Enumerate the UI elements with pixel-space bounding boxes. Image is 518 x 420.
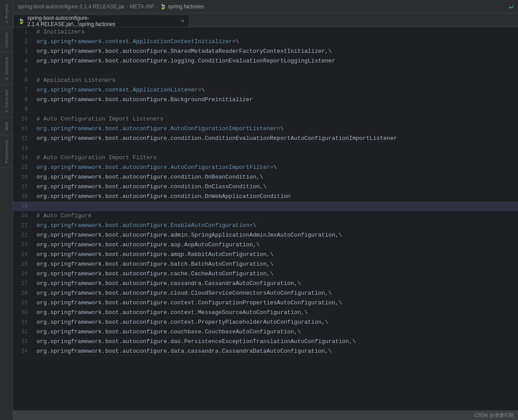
- line-content: org.springframework.boot.autoconfigure.A…: [33, 163, 277, 172]
- line-content: # Auto Configuration Import Listeners: [33, 114, 164, 124]
- sidebar-section-project[interactable]: 1: Project: [0, 0, 13, 28]
- line-content: # Auto Configure: [33, 211, 92, 221]
- line-content: org.springframework.boot.autoconfigure.a…: [33, 250, 273, 259]
- line-number: 4: [13, 56, 33, 66]
- code-line: 2org.springframework.context.Application…: [13, 37, 518, 47]
- top-bar-wrapper: spring-boot-autoconfigure-2.1.4.RELEASE.…: [13, 0, 518, 13]
- sidebar-label-commit[interactable]: Commit: [4, 30, 10, 50]
- line-number: 6: [13, 76, 33, 85]
- line-content: org.springframework.context.ApplicationC…: [33, 37, 239, 47]
- code-line: 5: [13, 66, 518, 76]
- sidebar-section-structure[interactable]: Z: Structure: [0, 52, 13, 85]
- line-number: 9: [13, 105, 33, 114]
- code-line: 32org.springframework.boot.autoconfigure…: [13, 327, 518, 337]
- sidebar-section-favorites[interactable]: 2: Favorites: [0, 85, 13, 117]
- editor-area[interactable]: 1# Initializers2org.springframework.cont…: [13, 27, 518, 410]
- line-number: 12: [13, 134, 33, 143]
- line-number: 29: [13, 298, 33, 308]
- line-number: 26: [13, 269, 33, 279]
- line-number: 23: [13, 240, 33, 250]
- line-content: org.springframework.boot.autoconfigure.a…: [33, 230, 342, 240]
- code-line: 21org.springframework.boot.autoconfigure…: [13, 221, 518, 230]
- sidebar-label-structure[interactable]: Z: Structure: [4, 54, 10, 83]
- breadcrumb-sep-1: ›: [126, 4, 128, 10]
- line-content: org.springframework.boot.autoconfigure.c…: [33, 182, 267, 192]
- code-line: 12org.springframework.boot.autoconfigure…: [13, 134, 518, 143]
- line-content: org.springframework.boot.autoconfigure.c…: [33, 327, 301, 337]
- code-line: 3org.springframework.boot.autoconfigure.…: [13, 47, 518, 56]
- line-content: org.springframework.boot.autoconfigure.d…: [33, 337, 356, 347]
- code-line: 23org.springframework.boot.autoconfigure…: [13, 240, 518, 250]
- code-line: 17org.springframework.boot.autoconfigure…: [13, 182, 518, 192]
- code-line: 24org.springframework.boot.autoconfigure…: [13, 250, 518, 259]
- line-content: org.springframework.boot.autoconfigure.c…: [33, 192, 290, 201]
- code-line: 25org.springframework.boot.autoconfigure…: [13, 259, 518, 269]
- code-line: 6# Application Listeners: [13, 76, 518, 85]
- code-line: 4org.springframework.boot.autoconfigure.…: [13, 56, 518, 66]
- tab-bar: 🍃 spring-boot-autoconfigure-2.1.4.RELEAS…: [13, 13, 518, 27]
- code-line: 30org.springframework.boot.autoconfigure…: [13, 308, 518, 318]
- code-line: 28org.springframework.boot.autoconfigure…: [13, 289, 518, 298]
- back-arrow-icon[interactable]: ↩: [509, 3, 514, 12]
- line-number: 8: [13, 95, 33, 105]
- line-number: 17: [13, 182, 33, 192]
- breadcrumb-file: spring.factories: [168, 4, 204, 10]
- line-content: org.springframework.boot.autoconfigure.c…: [33, 172, 263, 182]
- sidebar-section-commit[interactable]: Commit: [0, 28, 13, 52]
- line-number: 31: [13, 318, 33, 327]
- line-content: org.springframework.boot.autoconfigure.c…: [33, 308, 308, 318]
- spring-icon: 🍃: [160, 4, 166, 10]
- code-line: 1# Initializers: [13, 27, 518, 37]
- left-sidebar: 1: Project Commit Z: Structure 2: Favori…: [0, 0, 13, 420]
- tab-spring-icon: 🍃: [18, 18, 25, 24]
- line-number: 15: [13, 163, 33, 172]
- tab-close-button[interactable]: ✕: [181, 18, 184, 23]
- line-number: 7: [13, 85, 33, 95]
- line-number: 25: [13, 259, 33, 269]
- sidebar-section-web[interactable]: Web: [0, 117, 13, 135]
- line-number: 3: [13, 47, 33, 56]
- line-content: org.springframework.boot.autoconfigure.A…: [33, 124, 284, 134]
- line-content: org.springframework.boot.autoconfigure.c…: [33, 298, 342, 308]
- line-content: org.springframework.boot.autoconfigure.S…: [33, 47, 332, 56]
- line-content: org.springframework.boot.autoconfigure.b…: [33, 259, 273, 269]
- line-content: # Auto Configuration Import Filters: [33, 153, 157, 163]
- line-number: 10: [13, 114, 33, 124]
- breadcrumb-meta: META-INF: [130, 4, 154, 10]
- line-number: 24: [13, 250, 33, 259]
- sidebar-section-persistence[interactable]: Persistence: [0, 135, 13, 168]
- sidebar-label-persistence[interactable]: Persistence: [4, 137, 10, 166]
- line-number: 2: [13, 37, 33, 47]
- code-line: 20# Auto Configure: [13, 211, 518, 221]
- line-content: org.springframework.boot.autoconfigure.c…: [33, 289, 332, 298]
- code-line: 10# Auto Configuration Import Listeners: [13, 114, 518, 124]
- code-line: 29org.springframework.boot.autoconfigure…: [13, 298, 518, 308]
- sidebar-label-web[interactable]: Web: [4, 119, 10, 133]
- code-line: 16org.springframework.boot.autoconfigure…: [13, 172, 518, 182]
- code-line: 33org.springframework.boot.autoconfigure…: [13, 337, 518, 347]
- line-number: 16: [13, 172, 33, 182]
- line-content: org.springframework.boot.autoconfigure.c…: [33, 134, 397, 143]
- sidebar-label-project[interactable]: 1: Project: [4, 2, 10, 26]
- back-arrow-container: ↩: [509, 2, 514, 12]
- sidebar-label-favorites[interactable]: 2: Favorites: [4, 87, 10, 115]
- line-number: 20: [13, 211, 33, 221]
- line-number: 21: [13, 221, 33, 230]
- line-content: org.springframework.boot.autoconfigure.l…: [33, 56, 335, 66]
- code-line: 13: [13, 143, 518, 153]
- editor-tab[interactable]: 🍃 spring-boot-autoconfigure-2.1.4.RELEAS…: [13, 15, 189, 27]
- bottom-bar: CSDN @虔虔可期: [13, 410, 518, 420]
- code-line: 14# Auto Configuration Import Filters: [13, 153, 518, 163]
- line-number: 11: [13, 124, 33, 134]
- line-content: # Initializers: [33, 27, 84, 37]
- line-number: 13: [13, 143, 33, 153]
- code-line: 18org.springframework.boot.autoconfigure…: [13, 192, 518, 201]
- code-line: 11org.springframework.boot.autoconfigure…: [13, 124, 518, 134]
- code-line: 9: [13, 105, 518, 114]
- code-line: 22org.springframework.boot.autoconfigure…: [13, 230, 518, 240]
- line-content: org.springframework.boot.autoconfigure.d…: [33, 347, 332, 356]
- line-number: 18: [13, 192, 33, 201]
- code-line: 8org.springframework.boot.autoconfigure.…: [13, 95, 518, 105]
- line-number: 14: [13, 153, 33, 163]
- line-content: org.springframework.boot.autoconfigure.c…: [33, 279, 301, 289]
